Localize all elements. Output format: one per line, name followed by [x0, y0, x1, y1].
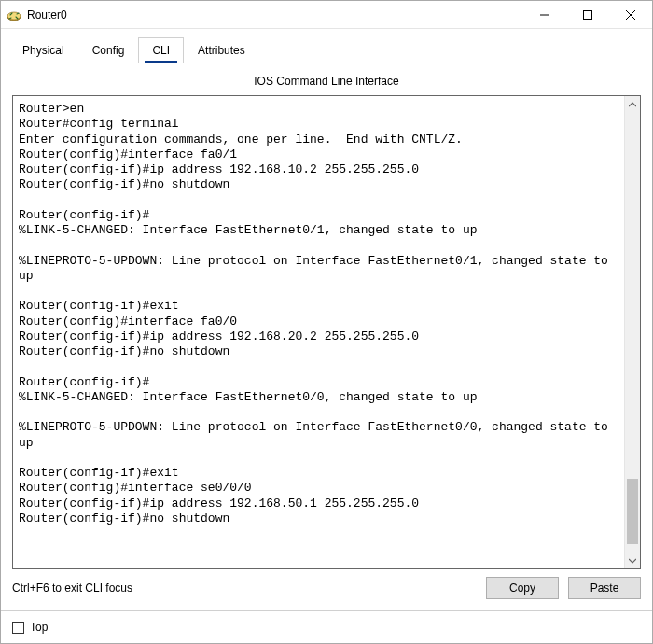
scrollbar[interactable]: [624, 96, 640, 568]
close-button[interactable]: [609, 1, 652, 28]
terminal-container: Router>en Router#config terminal Enter c…: [12, 95, 641, 569]
scroll-thumb[interactable]: [627, 479, 638, 544]
tab-cli[interactable]: CLI: [138, 37, 184, 63]
maximize-button[interactable]: [566, 1, 609, 28]
terminal-output[interactable]: Router>en Router#config terminal Enter c…: [13, 96, 624, 568]
tab-attributes[interactable]: Attributes: [184, 37, 259, 63]
window-controls: [523, 1, 652, 28]
app-window: Router0 Physical Config CLI Attributes I…: [0, 0, 653, 644]
svg-rect-3: [584, 10, 592, 19]
top-label: Top: [30, 621, 48, 634]
scroll-down-icon[interactable]: [625, 553, 640, 568]
copy-button[interactable]: Copy: [486, 577, 559, 599]
router-icon: [7, 7, 21, 22]
tab-bar: Physical Config CLI Attributes: [1, 29, 652, 63]
minimize-button[interactable]: [523, 1, 566, 28]
tab-config[interactable]: Config: [78, 37, 139, 63]
tab-physical[interactable]: Physical: [8, 37, 78, 63]
button-row: Ctrl+F6 to exit CLI focus Copy Paste: [12, 569, 641, 603]
window-title: Router0: [27, 8, 523, 21]
scroll-up-icon[interactable]: [625, 96, 640, 112]
cli-hint: Ctrl+F6 to exit CLI focus: [12, 581, 477, 595]
cli-panel: IOS Command Line Interface Router>en Rou…: [1, 63, 652, 610]
titlebar: Router0: [1, 1, 652, 29]
footer: Top: [1, 610, 652, 643]
paste-button[interactable]: Paste: [568, 577, 641, 599]
panel-title: IOS Command Line Interface: [12, 71, 641, 95]
top-checkbox[interactable]: [12, 622, 24, 634]
